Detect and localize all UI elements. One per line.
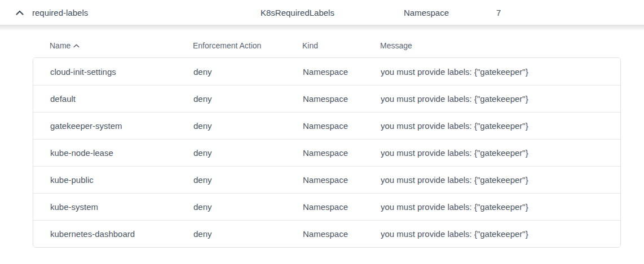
cell-kind: Namespace: [303, 121, 381, 131]
cell-message: you must provide labels: {"gatekeeper"}: [381, 94, 620, 104]
cell-kind: Namespace: [303, 94, 381, 104]
table-row[interactable]: kube-node-lease deny Namespace you must …: [33, 139, 620, 166]
column-header-message[interactable]: Message: [380, 41, 621, 50]
cell-name: default: [50, 94, 193, 104]
constraint-accordion-header[interactable]: required-labels K8sRequiredLabels Namesp…: [0, 0, 644, 25]
cell-enforcement-action: deny: [193, 175, 303, 185]
cell-name: kube-system: [50, 202, 193, 212]
collapse-button[interactable]: [12, 5, 27, 20]
table-row[interactable]: kube-system deny Namespace you must prov…: [33, 193, 620, 220]
cell-name: kubernetes-dashboard: [50, 229, 193, 239]
table-row[interactable]: cloud-init-settings deny Namespace you m…: [33, 58, 620, 85]
cell-name: kube-public: [50, 175, 193, 185]
violations-table-header: Name Enforcement Action Kind Message: [33, 25, 621, 57]
cell-name: cloud-init-settings: [50, 67, 193, 77]
violations-table: cloud-init-settings deny Namespace you m…: [33, 57, 621, 248]
column-header-kind-label: Kind: [302, 41, 318, 50]
cell-message: you must provide labels: {"gatekeeper"}: [381, 202, 620, 212]
column-header-name-label: Name: [50, 41, 70, 50]
column-header-kind[interactable]: Kind: [302, 41, 380, 50]
cell-message: you must provide labels: {"gatekeeper"}: [381, 148, 620, 158]
cell-kind: Namespace: [303, 175, 381, 185]
constraint-target-kind: Namespace: [404, 8, 449, 17]
cell-kind: Namespace: [303, 148, 381, 158]
cell-kind: Namespace: [303, 202, 381, 212]
cell-name: kube-node-lease: [50, 148, 193, 158]
cell-enforcement-action: deny: [193, 229, 303, 239]
cell-kind: Namespace: [303, 67, 381, 77]
table-row[interactable]: kubernetes-dashboard deny Namespace you …: [33, 220, 620, 247]
cell-enforcement-action: deny: [193, 148, 303, 158]
cell-message: you must provide labels: {"gatekeeper"}: [381, 175, 620, 185]
cell-message: you must provide labels: {"gatekeeper"}: [381, 121, 620, 131]
cell-kind: Namespace: [303, 229, 381, 239]
table-row[interactable]: default deny Namespace you must provide …: [33, 85, 620, 112]
cell-enforcement-action: deny: [193, 121, 303, 131]
cell-enforcement-action: deny: [193, 67, 303, 77]
column-header-name[interactable]: Name: [50, 41, 193, 50]
cell-message: you must provide labels: {"gatekeeper"}: [381, 229, 620, 239]
column-header-enforcement-action-label: Enforcement Action: [193, 41, 261, 50]
cell-enforcement-action: deny: [193, 202, 303, 212]
column-header-enforcement-action[interactable]: Enforcement Action: [193, 41, 302, 50]
table-row[interactable]: kube-public deny Namespace you must prov…: [33, 166, 620, 193]
cell-name: gatekeeper-system: [50, 121, 193, 131]
violation-count: 7: [496, 8, 501, 17]
constraint-kind: K8sRequiredLabels: [261, 8, 334, 17]
sort-ascending-icon: [73, 44, 80, 48]
column-header-message-label: Message: [380, 41, 412, 50]
cell-enforcement-action: deny: [193, 94, 303, 104]
chevron-up-icon: [16, 10, 24, 15]
table-row[interactable]: gatekeeper-system deny Namespace you mus…: [33, 112, 620, 139]
cell-message: you must provide labels: {"gatekeeper"}: [381, 67, 620, 77]
constraint-name: required-labels: [32, 8, 88, 17]
